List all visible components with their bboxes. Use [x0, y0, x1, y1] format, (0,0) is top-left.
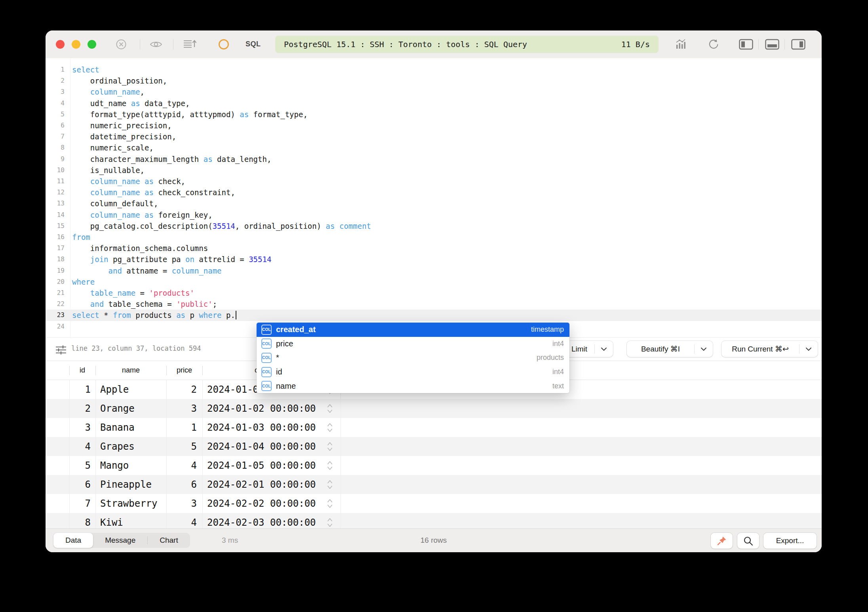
- chevron-down-icon[interactable]: [695, 347, 713, 351]
- query-settings-icon[interactable]: [54, 343, 68, 357]
- query-history-icon[interactable]: [183, 38, 198, 50]
- autocomplete-item-type: int4: [552, 340, 564, 348]
- cell-price[interactable]: 2: [166, 380, 202, 399]
- editor-line: 11 column_name as check,: [46, 176, 822, 187]
- timestamp-stepper-icon[interactable]: [327, 460, 333, 471]
- toggle-bottom-panel-icon[interactable]: [765, 38, 780, 50]
- cell-created_at[interactable]: 2024-01-02 00:00:00: [202, 399, 329, 418]
- export-button[interactable]: Export...: [763, 533, 817, 549]
- cell-price[interactable]: 4: [166, 513, 202, 528]
- timestamp-stepper-icon[interactable]: [327, 517, 333, 528]
- autocomplete-item-type: int4: [552, 368, 564, 376]
- timestamp-stepper-icon[interactable]: [327, 422, 333, 433]
- column-header-price[interactable]: price: [166, 361, 202, 380]
- cell-name[interactable]: Orange: [95, 399, 166, 418]
- cell-created_at[interactable]: 2024-01-04 00:00:00: [202, 437, 329, 456]
- pin-button[interactable]: [711, 533, 733, 549]
- app-window: SQL PostgreSQL 15.1 : SSH : Toronto : to…: [46, 30, 822, 552]
- run-current-button-label: Run Current ⌘↩: [721, 344, 799, 354]
- table-row[interactable]: 8Kiwi42024-02-03 00:00:00: [46, 513, 822, 528]
- cell-name[interactable]: Apple: [95, 380, 166, 399]
- preview-eye-icon[interactable]: [149, 38, 163, 50]
- autocomplete-item[interactable]: COLpriceint4: [257, 337, 569, 351]
- autocomplete-item[interactable]: COL*products: [257, 351, 569, 365]
- beautify-button[interactable]: Beautify ⌘I: [627, 341, 713, 357]
- line-number: 5: [46, 109, 65, 120]
- cell-id[interactable]: 7: [69, 494, 95, 513]
- throughput-value: 11 B/s: [621, 40, 650, 49]
- column-badge-icon: COL: [261, 381, 272, 391]
- line-number: 22: [46, 298, 65, 310]
- table-row[interactable]: 5Mango42024-01-05 00:00:00: [46, 456, 822, 475]
- toggle-left-panel-icon[interactable]: [739, 38, 754, 50]
- cursor-position-status: line 23, column 37, location 594: [71, 344, 201, 352]
- cell-name[interactable]: Banana: [95, 418, 166, 437]
- autocomplete-dropdown: COLcreated_attimestampCOLpriceint4COL*pr…: [257, 323, 569, 393]
- chevron-down-icon[interactable]: [595, 347, 613, 351]
- zoom-window-button[interactable]: [88, 40, 96, 49]
- timestamp-stepper-icon[interactable]: [327, 403, 333, 414]
- cell-id[interactable]: 8: [69, 513, 95, 528]
- cell-created_at[interactable]: 2024-01-05 00:00:00: [202, 456, 329, 475]
- cell-price[interactable]: 6: [166, 475, 202, 494]
- autocomplete-item-label: *: [276, 353, 279, 362]
- editor-line: 5 format_type(atttypid, atttypmod) as fo…: [46, 109, 822, 120]
- editor-line: 21 table_name = 'products': [46, 287, 822, 298]
- editor-line: 23select * from products as p where p.: [46, 310, 822, 321]
- close-window-button[interactable]: [56, 40, 65, 49]
- cell-created_at[interactable]: 2024-01-03 00:00:00: [202, 418, 329, 437]
- autocomplete-item[interactable]: COLidint4: [257, 365, 569, 379]
- timestamp-stepper-icon[interactable]: [327, 479, 333, 490]
- export-button-label: Export...: [776, 536, 804, 545]
- cell-rownum: [46, 399, 69, 418]
- cell-price[interactable]: 4: [166, 456, 202, 475]
- timestamp-stepper-icon[interactable]: [327, 441, 333, 452]
- autocomplete-item[interactable]: COLnametext: [257, 379, 569, 393]
- autocomplete-item-label: created_at: [276, 325, 316, 334]
- cell-name[interactable]: Mango: [95, 456, 166, 475]
- timestamp-stepper-icon[interactable]: [327, 498, 333, 509]
- cell-created_at[interactable]: 2024-02-02 00:00:00: [202, 494, 329, 513]
- stats-chart-icon[interactable]: [674, 38, 688, 50]
- cell-name[interactable]: Grapes: [95, 437, 166, 456]
- table-row[interactable]: 3Banana12024-01-03 00:00:00: [46, 418, 822, 437]
- cell-price[interactable]: 3: [166, 494, 202, 513]
- cell-id[interactable]: 3: [69, 418, 95, 437]
- cell-name[interactable]: Strawberry: [95, 494, 166, 513]
- cell-id[interactable]: 5: [69, 456, 95, 475]
- cell-price[interactable]: 3: [166, 399, 202, 418]
- toggle-right-panel-icon[interactable]: [791, 38, 806, 50]
- editor-line: 12 column_name as check_constraint,: [46, 187, 822, 198]
- cell-id[interactable]: 4: [69, 437, 95, 456]
- table-row[interactable]: 7Strawberry32024-02-02 00:00:00: [46, 494, 822, 513]
- cell-name[interactable]: Pineapple: [95, 475, 166, 494]
- minimize-window-button[interactable]: [72, 40, 80, 49]
- cell-created_at[interactable]: 2024-02-01 00:00:00: [202, 475, 329, 494]
- table-row[interactable]: 4Grapes52024-01-04 00:00:00: [46, 437, 822, 456]
- cancel-query-icon[interactable]: [115, 38, 127, 50]
- table-row[interactable]: 2Orange32024-01-02 00:00:00: [46, 399, 822, 418]
- column-divider: [166, 380, 167, 528]
- cell-price[interactable]: 1: [166, 418, 202, 437]
- cell-created_at[interactable]: 2024-02-03 00:00:00: [202, 513, 329, 528]
- column-header-name[interactable]: name: [95, 361, 166, 380]
- search-button[interactable]: [737, 533, 759, 549]
- pin-icon: [717, 536, 727, 546]
- cell-id[interactable]: 6: [69, 475, 95, 494]
- limit-button[interactable]: Limit: [564, 341, 613, 357]
- sql-editor[interactable]: 1select2 ordinal_position,3 column_name,…: [46, 58, 822, 337]
- run-current-button[interactable]: Run Current ⌘↩: [721, 341, 818, 357]
- table-row[interactable]: 6Pineapple62024-02-01 00:00:00: [46, 475, 822, 494]
- text-caret: [236, 311, 236, 319]
- autocomplete-item-label: price: [276, 339, 293, 348]
- cell-id[interactable]: 2: [69, 399, 95, 418]
- column-header-id[interactable]: id: [69, 361, 95, 380]
- refresh-icon[interactable]: [708, 38, 720, 50]
- autocomplete-item[interactable]: COLcreated_attimestamp: [257, 323, 569, 337]
- cell-id[interactable]: 1: [69, 380, 95, 399]
- chevron-down-icon[interactable]: [799, 347, 818, 351]
- editor-line: 8 numeric_scale,: [46, 142, 822, 153]
- line-number: 1: [46, 64, 65, 75]
- cell-name[interactable]: Kiwi: [95, 513, 166, 528]
- cell-price[interactable]: 5: [166, 437, 202, 456]
